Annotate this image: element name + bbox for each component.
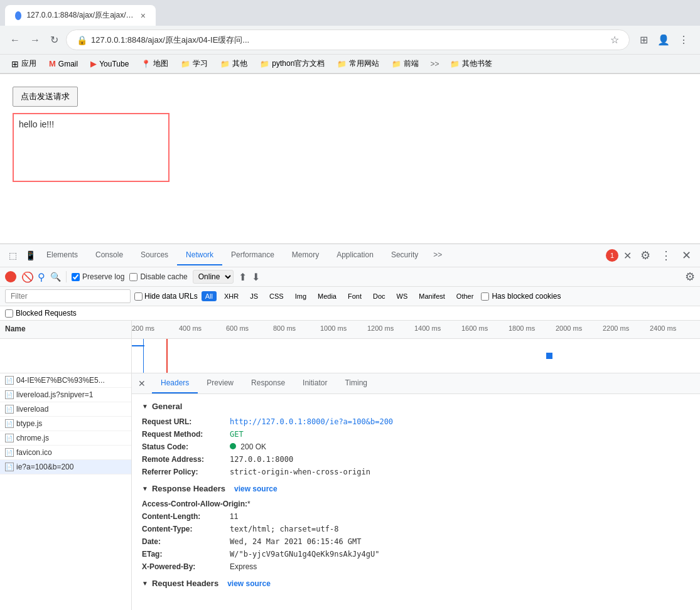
address-text: 127.0.0.1:8848/ajax/原生ajax/04-IE缓存问...: [91, 35, 606, 46]
disable-cache-checkbox[interactable]: Disable cache: [129, 272, 187, 281]
extensions-button[interactable]: ⊞: [635, 31, 652, 49]
bookmark-common[interactable]: 📁 常用网站: [333, 57, 383, 70]
preserve-log-checkbox[interactable]: Preserve log: [72, 272, 124, 281]
bookmark-gmail[interactable]: M Gmail: [45, 58, 82, 70]
file-icon: 📄: [5, 376, 14, 385]
type-media-button[interactable]: Media: [314, 291, 340, 301]
details-tab-headers[interactable]: Headers: [152, 373, 198, 393]
bookmark-other[interactable]: 📁 其他: [217, 57, 251, 70]
study-folder-icon: 📁: [181, 60, 190, 68]
gmail-icon: M: [49, 59, 56, 68]
inspect-element-button[interactable]: ⬚: [5, 248, 20, 263]
back-button[interactable]: ←: [8, 32, 23, 48]
etag-value: W/"b-yjcV9atGNu1g4QeKk9nsAkJy4gU": [230, 550, 379, 559]
filter-input[interactable]: [5, 289, 131, 303]
tab-memory[interactable]: Memory: [283, 245, 328, 265]
file-icon: 📄: [5, 419, 14, 428]
record-button[interactable]: [5, 271, 16, 282]
type-js-button[interactable]: JS: [246, 291, 262, 301]
bookmarks-more[interactable]: >>: [428, 58, 441, 70]
type-manifest-button[interactable]: Manifest: [415, 291, 449, 301]
hide-data-urls-label: Hide data URLs: [144, 292, 198, 301]
horizontal-line-blue: [132, 345, 144, 346]
response-headers-section: ▼ Response Headers view source Access-Co…: [142, 484, 690, 571]
list-item[interactable]: 📄 livereload.js?snipver=1: [0, 388, 131, 402]
profile-button[interactable]: 👤: [655, 31, 672, 49]
devtools-settings-button[interactable]: ⚙: [637, 245, 654, 266]
active-tab[interactable]: 127.0.0.1:8848/ajax/原生ajax/04-IE缓存问... ×: [5, 5, 156, 26]
type-img-button[interactable]: Img: [291, 291, 310, 301]
tab-sources[interactable]: Sources: [132, 245, 177, 265]
type-font-button[interactable]: Font: [344, 291, 365, 301]
blocked-cookies-label: Has blocked cookies: [492, 292, 561, 301]
type-all-button[interactable]: All: [202, 291, 217, 301]
list-item[interactable]: 📄 livereload: [0, 402, 131, 417]
type-css-button[interactable]: CSS: [266, 291, 288, 301]
details-close-button[interactable]: ✕: [132, 373, 152, 393]
tab-performance[interactable]: Performance: [222, 245, 283, 265]
menu-button[interactable]: ⋮: [675, 31, 692, 49]
devtools-more-tabs[interactable]: >>: [427, 245, 448, 265]
list-item[interactable]: 📄 chrome.js: [0, 431, 131, 446]
filter-icon[interactable]: ⚲: [38, 271, 45, 283]
network-settings-button[interactable]: ⚙: [685, 270, 695, 284]
bookmark-other-books[interactable]: 📁 其他书签: [446, 57, 496, 70]
list-item-selected[interactable]: 📄 ie?a=100&b=200: [0, 460, 131, 474]
tab-security[interactable]: Security: [382, 245, 427, 265]
list-item[interactable]: 📄 btype.js: [0, 417, 131, 431]
preserve-log-label: Preserve log: [82, 272, 124, 281]
list-item[interactable]: 📄 04-IE%E7%BC%93%E5...: [0, 373, 131, 388]
throttling-select[interactable]: Online: [193, 270, 234, 284]
details-tab-response[interactable]: Response: [242, 373, 294, 393]
details-tab-initiator[interactable]: Initiator: [294, 373, 336, 393]
send-request-button[interactable]: 点击发送请求: [13, 87, 78, 107]
tab-application[interactable]: Application: [328, 245, 382, 265]
page-content: 点击发送请求 hello ie!!!: [0, 74, 700, 243]
type-ws-button[interactable]: WS: [393, 291, 412, 301]
tab-console[interactable]: Console: [87, 245, 132, 265]
tab-close-button[interactable]: ×: [141, 11, 146, 21]
blocked-requests-checkbox[interactable]: [5, 309, 13, 318]
tab-network[interactable]: Network: [177, 245, 222, 265]
details-tab-preview[interactable]: Preview: [198, 373, 242, 393]
preserve-log-input[interactable]: [72, 273, 80, 281]
hide-data-urls-checkbox[interactable]: Hide data URLs: [134, 292, 198, 301]
type-xhr-button[interactable]: XHR: [220, 291, 242, 301]
has-blocked-cookies-checkbox[interactable]: Has blocked cookies: [481, 292, 561, 301]
tab-elements[interactable]: Elements: [38, 245, 87, 265]
bookmark-maps[interactable]: 📍 地图: [137, 57, 172, 70]
bookmark-youtube[interactable]: ▶ YouTube: [87, 58, 132, 70]
download-icon[interactable]: ⬇: [252, 271, 260, 283]
view-source-link[interactable]: view source: [234, 484, 277, 493]
device-mode-button[interactable]: 📱: [23, 248, 38, 263]
bookmark-apps[interactable]: ⊞ 应用: [8, 57, 40, 70]
star-icon[interactable]: ☆: [610, 34, 619, 46]
view-source-link2[interactable]: view source: [227, 579, 271, 588]
blocked-requests-label: Blocked Requests: [16, 309, 77, 318]
forward-button[interactable]: →: [28, 32, 43, 48]
address-input[interactable]: 🔒 127.0.0.1:8848/ajax/原生ajax/04-IE缓存问...…: [66, 29, 630, 50]
status-code-text: 200 OK: [240, 442, 266, 451]
upload-icon[interactable]: ⬆: [239, 271, 247, 283]
devtools-close-errors-button[interactable]: ✕: [621, 247, 634, 264]
details-tab-timing[interactable]: Timing: [336, 373, 376, 393]
type-doc-button[interactable]: Doc: [369, 291, 389, 301]
item-name: chrome.js: [16, 434, 49, 442]
bookmark-other-books-label: 其他书签: [462, 58, 492, 69]
blocked-cookies-input[interactable]: [481, 292, 489, 301]
type-other-button[interactable]: Other: [453, 291, 478, 301]
hide-data-urls-input[interactable]: [134, 292, 143, 301]
bookmark-python[interactable]: 📁 python官方文档: [256, 57, 328, 70]
reload-button[interactable]: ↻: [48, 31, 61, 48]
devtools-close-button[interactable]: ✕: [678, 245, 695, 266]
file-icon: 📄: [5, 390, 14, 399]
request-url-row: Request URL: http://127.0.0.1:8000/ie?a=…: [142, 417, 690, 426]
bookmark-frontend[interactable]: 📁 前端: [388, 57, 423, 70]
bookmark-study[interactable]: 📁 学习: [177, 57, 212, 70]
remote-address-key: Remote Address:: [142, 455, 230, 464]
devtools-menu-button[interactable]: ⋮: [657, 245, 676, 266]
clear-button[interactable]: 🚫: [21, 271, 33, 282]
list-item[interactable]: 📄 favicon.ico: [0, 446, 131, 460]
disable-cache-input[interactable]: [129, 273, 137, 281]
search-icon[interactable]: 🔍: [50, 272, 61, 282]
